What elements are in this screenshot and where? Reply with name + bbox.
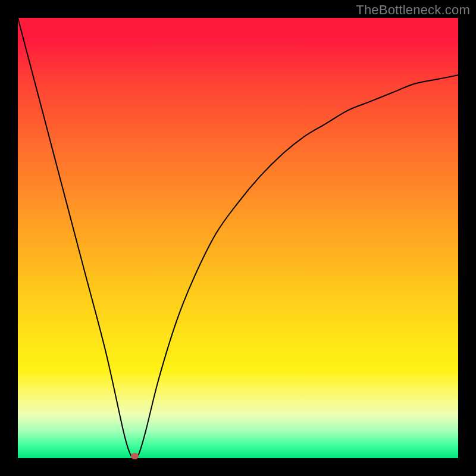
chart-frame: TheBottleneck.com [0,0,476,476]
plot-area [18,18,458,458]
bottleneck-curve [18,18,458,458]
curve-svg [18,18,458,458]
watermark-text: TheBottleneck.com [356,2,470,18]
optimal-point-marker [131,453,139,459]
